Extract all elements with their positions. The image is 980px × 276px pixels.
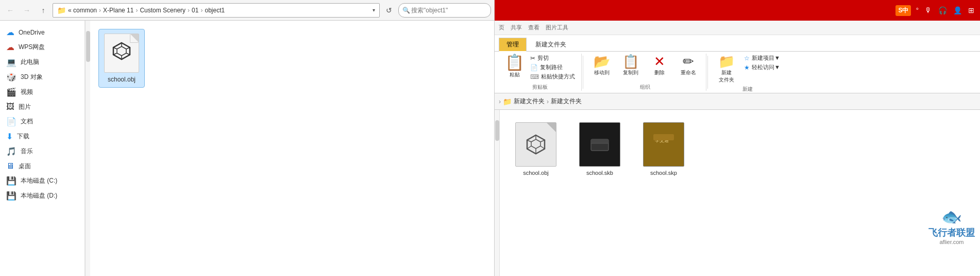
sidebar-label-wps: WPS网盘 bbox=[19, 43, 45, 52]
scroll-track[interactable] bbox=[85, 21, 90, 276]
delete-icon: ✕ bbox=[654, 55, 665, 68]
address-path[interactable]: 📁 « common › X-Plane 11 › Custom Scenery… bbox=[53, 3, 380, 18]
sidebar-label-downloads: 下载 bbox=[17, 132, 29, 141]
sidebar-label-3d: 3D 对象 bbox=[21, 73, 43, 82]
right-file-item-school-skb[interactable]: school.skb bbox=[574, 120, 626, 178]
rename-label: 重命名 bbox=[681, 69, 696, 76]
topbar-headphone-icon[interactable]: 🎧 bbox=[937, 5, 949, 16]
copy-path-button[interactable]: 📄 复制路径 bbox=[528, 63, 577, 72]
copy-to-icon: 📋 bbox=[622, 55, 639, 68]
ribbon-tab-newfolder[interactable]: 新建文件夹 bbox=[528, 38, 574, 51]
paste-button[interactable]: 📋 粘贴 bbox=[503, 54, 526, 79]
sidebar-item-onedrive[interactable]: ☁ OneDrive bbox=[0, 25, 85, 40]
ribbon-secondary-tab-view[interactable]: 查看 bbox=[528, 24, 539, 31]
explorer-body: ☁ OneDrive ☁ WPS网盘 💻 此电脑 🎲 3D 对象 🎬 视频 🖼 bbox=[0, 21, 494, 276]
right-topbar: S中 ° 🎙 🎧 👤 ⊞ bbox=[495, 0, 980, 21]
sidebar-item-wps[interactable]: ☁ WPS网盘 bbox=[0, 40, 85, 55]
path-segment-common[interactable]: « common bbox=[68, 7, 97, 14]
ribbon-tab-manage[interactable]: 管理 bbox=[499, 38, 527, 52]
new-item-button[interactable]: ☆ 新建项目▼ bbox=[742, 54, 782, 62]
ribbon-group-inner-organize: 📂 移动到 📋 复制到 ✕ 删除 bbox=[588, 54, 702, 83]
topbar-user-icon[interactable]: 👤 bbox=[952, 5, 964, 16]
nav-forward-button[interactable]: → bbox=[20, 3, 34, 18]
sidebar-label-docs: 文档 bbox=[21, 117, 33, 126]
path-dropdown-button[interactable]: ▾ bbox=[373, 7, 375, 13]
easy-access-label: 轻松访问▼ bbox=[752, 63, 780, 71]
svg-rect-21 bbox=[653, 134, 674, 140]
ribbon-group-clipboard: 📋 粘贴 ✂ 剪切 📄 复制路径 ⌨ bbox=[499, 54, 582, 91]
path-segment-xplane[interactable]: X-Plane 11 bbox=[103, 7, 133, 14]
svg-marker-1 bbox=[117, 46, 126, 56]
file-icon-wrapper bbox=[104, 34, 139, 73]
sidebar-item-docs[interactable]: 📄 文档 bbox=[0, 114, 85, 129]
sidebar-item-video[interactable]: 🎬 视频 bbox=[0, 85, 85, 100]
search-input[interactable] bbox=[398, 3, 491, 18]
rename-button[interactable]: ✏ 重命名 bbox=[675, 54, 702, 77]
right-files-area: school.obj school.skb 学交 bbox=[495, 110, 980, 276]
nav-up-button[interactable]: ↑ bbox=[36, 3, 50, 18]
new-item-icon: ☆ bbox=[744, 55, 750, 62]
refresh-button[interactable]: ↺ bbox=[382, 3, 396, 18]
search-wrapper: 🔍 bbox=[398, 3, 491, 18]
ribbon-secondary-tab-share[interactable]: 共享 bbox=[511, 24, 522, 31]
file-area: school.obj bbox=[90, 21, 494, 276]
paste-shortcut-button[interactable]: ⌨ 粘贴快捷方式 bbox=[528, 72, 577, 81]
sidebar-item-downloads[interactable]: ⬇ 下载 bbox=[0, 129, 85, 144]
right-explorer-panel: S中 ° 🎙 🎧 👤 ⊞ 页 共享 查看 图片工具 管理 新建文件夹 📋 bbox=[495, 0, 980, 276]
move-to-icon: 📂 bbox=[594, 55, 610, 68]
ribbon-secondary-tab-ye[interactable]: 页 bbox=[499, 24, 504, 31]
right-path-separator: › bbox=[547, 98, 549, 105]
left-explorer-panel: ← → ↑ 📁 « common › X-Plane 11 › Custom S… bbox=[0, 0, 495, 276]
paste-shortcut-icon: ⌨ bbox=[530, 73, 539, 80]
cloud-icon: ☁ bbox=[6, 27, 14, 37]
download-icon: ⬇ bbox=[6, 132, 13, 141]
sidebar-item-cdrive[interactable]: 💾 本地磁盘 (C:) bbox=[0, 173, 85, 188]
ddrive-icon: 💾 bbox=[6, 191, 16, 201]
topbar-grid-icon[interactable]: ⊞ bbox=[967, 5, 976, 16]
cut-button[interactable]: ✂ 剪切 bbox=[528, 54, 577, 62]
right-scroll-track[interactable] bbox=[495, 110, 500, 276]
right-path-segment-2[interactable]: 新建文件夹 bbox=[551, 97, 582, 106]
path-segment-object1[interactable]: object1 bbox=[205, 7, 225, 14]
clipboard-group-label: 剪贴板 bbox=[532, 83, 548, 91]
pc-icon: 💻 bbox=[6, 57, 16, 67]
sidebar-item-pictures[interactable]: 🖼 图片 bbox=[0, 100, 85, 114]
easy-access-button[interactable]: ★ 轻松访问▼ bbox=[742, 63, 782, 72]
desktop-icon: 🖥 bbox=[6, 161, 14, 171]
ribbon-group-new: 📁 新建 文件夹 ☆ 新建项目▼ ★ 轻松访问▼ 新建 bbox=[709, 54, 786, 91]
cut-icon: ✂ bbox=[530, 55, 535, 62]
sidebar-item-music[interactable]: 🎵 音乐 bbox=[0, 144, 85, 159]
sidebar-item-pc[interactable]: 💻 此电脑 bbox=[0, 55, 85, 70]
ribbon-tab-bar: 管理 新建文件夹 bbox=[495, 35, 980, 52]
svg-marker-9 bbox=[531, 139, 540, 149]
move-to-button[interactable]: 📂 移动到 bbox=[588, 54, 615, 77]
new-folder-button[interactable]: 📁 新建 文件夹 bbox=[713, 54, 740, 85]
obj-file-icon bbox=[111, 41, 132, 66]
clipboard-small-btns: ✂ 剪切 📄 复制路径 ⌨ 粘贴快捷方式 bbox=[528, 54, 577, 81]
right-file-item-school-obj[interactable]: school.obj bbox=[510, 120, 562, 178]
ribbon-secondary-tab-pictools[interactable]: 图片工具 bbox=[546, 24, 568, 31]
delete-button[interactable]: ✕ 删除 bbox=[646, 54, 673, 77]
right-path-segment-1[interactable]: 新建文件夹 bbox=[514, 97, 545, 106]
sidebar-item-ddrive[interactable]: 💾 本地磁盘 (D:) bbox=[0, 188, 85, 203]
organize-group-label: 组织 bbox=[640, 83, 650, 91]
topbar-mic-icon[interactable]: 🎙 bbox=[923, 5, 934, 16]
ribbon-group-organize: 📂 移动到 📋 复制到 ✕ 删除 bbox=[584, 54, 706, 91]
sogou-icon[interactable]: S中 bbox=[895, 5, 911, 16]
nav-back-button[interactable]: ← bbox=[3, 3, 18, 18]
sidebar-label-onedrive: OneDrive bbox=[19, 29, 45, 36]
sidebar-label-pc: 此电脑 bbox=[21, 58, 39, 67]
sidebar-item-desktop[interactable]: 🖥 桌面 bbox=[0, 159, 85, 173]
file-item-school-obj[interactable]: school.obj bbox=[98, 29, 145, 88]
sidebar-item-3d[interactable]: 🎲 3D 对象 bbox=[0, 70, 85, 85]
right-file-label-skb: school.skb bbox=[586, 170, 613, 176]
ribbon-group-inner-clipboard: 📋 粘贴 ✂ 剪切 📄 复制路径 ⌨ bbox=[503, 54, 577, 83]
new-folder-label: 新建 文件夹 bbox=[719, 69, 734, 84]
copy-to-button[interactable]: 📋 复制到 bbox=[617, 54, 644, 77]
path-segment-01[interactable]: 01 bbox=[192, 7, 198, 14]
easy-access-icon: ★ bbox=[744, 64, 750, 71]
right-file-item-school-skp[interactable]: 学交通 school.skp bbox=[638, 120, 689, 178]
right-file-label-skp: school.skp bbox=[650, 170, 677, 176]
path-segment-custom-scenery[interactable]: Custom Scenery bbox=[140, 7, 185, 14]
address-bar: ← → ↑ 📁 « common › X-Plane 11 › Custom S… bbox=[0, 0, 494, 21]
